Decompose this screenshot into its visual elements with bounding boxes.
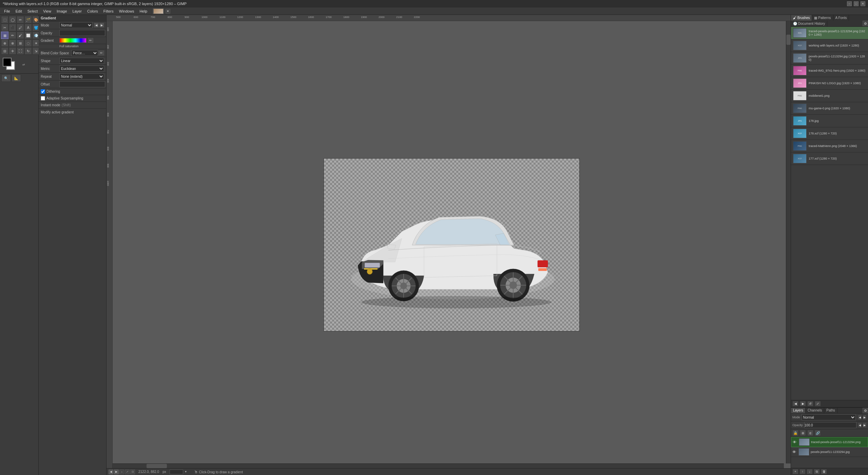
tool-clone[interactable]: ⊕ (1, 39, 8, 47)
menu-windows[interactable]: Windows (116, 8, 137, 14)
maximize-button[interactable]: □ (854, 1, 859, 6)
minimize-button[interactable]: – (847, 1, 852, 6)
doc-list-prev-btn[interactable]: ◀ (792, 401, 798, 406)
tool-crop[interactable]: ⛶ (17, 47, 24, 55)
tool-rect-select[interactable]: ⬚ (1, 16, 8, 23)
layer-add-btn[interactable]: + (792, 469, 798, 474)
layer-link-btn[interactable]: 🔗 (815, 430, 821, 436)
menu-file[interactable]: File (1, 8, 13, 14)
layer-lock-pos-btn[interactable]: ⊕ (800, 430, 806, 436)
doc-item-3[interactable]: JPG pexels-jessef11-1213294.jpg (1920 × … (791, 52, 868, 65)
dithering-checkbox[interactable] (41, 89, 45, 94)
menu-image[interactable]: Image (54, 8, 70, 14)
status-home[interactable]: ⌂ (119, 470, 124, 474)
tool-move[interactable]: ✛ (9, 47, 16, 55)
doc-item-4[interactable]: PNG traced-IMG_9741-hero.png (1920 × 108… (791, 65, 868, 77)
status-end[interactable]: ⤢ (125, 470, 130, 474)
blend-select[interactable]: Perce… Linear (71, 50, 98, 56)
tool-scissors[interactable]: ✂ (1, 24, 8, 31)
layer-item-1[interactable]: 👁 traced-pexels-jessef11-1213294.png (791, 437, 868, 447)
doc-list-next-btn[interactable]: ▶ (800, 401, 806, 406)
tool-pencil[interactable]: ✏ (9, 32, 16, 39)
status-nav-next[interactable]: ▶ (114, 470, 119, 474)
doc-item-8[interactable]: JPG 178.jpg (791, 115, 868, 127)
status-nav-prev[interactable]: ◀ (109, 470, 113, 474)
canvas-content[interactable] (324, 158, 580, 331)
mode-select[interactable]: Normal Multiply Screen (59, 22, 93, 28)
tab-layers[interactable]: Layers (791, 408, 806, 413)
tool-paths[interactable]: 🖊 (17, 24, 24, 31)
layer-lower-btn[interactable]: ↓ (807, 469, 813, 474)
tool-free-select[interactable]: ✏ (17, 16, 24, 23)
horizontal-scrollbar[interactable] (113, 463, 784, 468)
menu-help[interactable]: Help (137, 8, 150, 14)
status-fit[interactable]: ⊡ (130, 470, 135, 474)
offset-input[interactable]: 0.0 (59, 81, 105, 87)
tool-gradient[interactable]: ▦ (1, 32, 8, 39)
layer-visibility-2[interactable]: 👁 (792, 450, 797, 454)
hscroll-thumb[interactable] (147, 464, 167, 468)
adaptive-checkbox[interactable] (41, 96, 45, 101)
menu-edit[interactable]: Edit (13, 8, 25, 14)
tool-paintbrush[interactable]: 🖌 (17, 32, 24, 39)
menu-select[interactable]: Select (25, 8, 41, 14)
layer-opacity-dec[interactable]: ◀ (858, 422, 862, 428)
doc-list-refresh-btn[interactable]: ↺ (807, 401, 813, 406)
tool-rotate[interactable]: ↻ (24, 47, 32, 55)
layer-lock-pixels-btn[interactable]: 🔒 (792, 430, 798, 436)
foreground-color[interactable] (3, 58, 12, 67)
tool-blur[interactable]: ◌ (24, 39, 32, 47)
layers-config-btn[interactable]: ⚙ (863, 408, 868, 413)
doc-list-expand-btn[interactable]: ⤢ (815, 401, 821, 406)
gradient-edit-btn[interactable]: ✏ (88, 38, 93, 43)
menu-layer[interactable]: Layer (70, 8, 85, 14)
shape-select[interactable]: Linear Radial Square Conical (59, 58, 104, 64)
doc-item-9[interactable]: XCF 178.xcf (1280 × 720) (791, 127, 868, 140)
repeat-select[interactable]: None (extend) Sawtooth wave Triangular w… (59, 73, 104, 79)
layer-raise-btn[interactable]: ↑ (799, 469, 806, 474)
menu-filters[interactable]: Filters (101, 8, 116, 14)
tool-zoom[interactable]: 🔍 (1, 74, 11, 82)
canvas-viewport[interactable] (113, 21, 791, 468)
close-button[interactable]: ✕ (861, 1, 865, 6)
layer-opacity-inc[interactable]: ▶ (863, 422, 867, 428)
menu-colors[interactable]: Colors (84, 8, 101, 14)
tab-fonts[interactable]: A Fonts (833, 15, 849, 21)
right-panel-config-btn[interactable]: ⚙ (863, 21, 868, 26)
mode-next-btn[interactable]: ▶ (99, 23, 104, 28)
tool-text[interactable]: A (24, 24, 32, 31)
layer-delete-btn[interactable]: 🗑 (821, 469, 827, 474)
layer-duplicate-btn[interactable]: ⧉ (814, 469, 820, 474)
tool-eraser[interactable]: ⬜ (24, 32, 32, 39)
layer-opacity-input[interactable] (804, 422, 856, 428)
layer-mode-prev[interactable]: ◀ (858, 415, 862, 420)
layer-mode-next[interactable]: ▶ (863, 415, 867, 420)
tab-paths[interactable]: Paths (824, 408, 837, 413)
doc-item-7[interactable]: PNG mu-game-0.png (1920 × 1080) (791, 102, 868, 115)
blend-edit-btn[interactable]: ✏ (99, 51, 104, 55)
doc-item-5[interactable]: JPG PINKISH NO LOGO.jpg (1920 × 1080) (791, 77, 868, 90)
doc-item-6[interactable]: PNG mobilenet1.png (791, 90, 868, 102)
tool-align[interactable]: ⊟ (1, 47, 8, 55)
vscroll-thumb[interactable] (786, 35, 791, 45)
tool-fuzzy-select[interactable]: 🪄 (24, 16, 32, 23)
layer-visibility-1[interactable]: 👁 (793, 440, 797, 444)
vertical-scrollbar[interactable] (786, 21, 791, 463)
metric-select[interactable]: Euclidean Manhattan (59, 66, 104, 72)
layers-mode-select[interactable]: Normal Multiply Screen (802, 414, 856, 420)
zoom-input[interactable]: 66.7% (170, 470, 183, 474)
opacity-input[interactable]: 100.0 (59, 30, 105, 36)
doc-item-11[interactable]: XCF 177.xcf (1280 × 720) (791, 152, 868, 165)
tool-foreground-select[interactable]: ⬛ (9, 24, 16, 31)
menu-view[interactable]: View (40, 8, 54, 14)
tool-heal[interactable]: ⊗ (9, 39, 16, 47)
tab-channels[interactable]: Channels (806, 408, 824, 413)
layer-item-2[interactable]: 👁 pexels-jessef11-1233294.jpg (791, 447, 868, 457)
tab-brushes[interactable]: 🖌 Brushes (791, 15, 812, 21)
tool-measure[interactable]: 📐 (12, 74, 21, 82)
tab-patterns[interactable]: ▦ Patterns (812, 15, 833, 21)
tool-ellipse-select[interactable]: ◯ (9, 16, 16, 23)
tool-thumb-close[interactable]: ✕ (166, 9, 170, 14)
doc-item-1[interactable]: IMG traced-pexels-jessef11-1213294.png (… (791, 27, 868, 39)
doc-item-10[interactable]: PNG traced-MattVenn.png (2048 × 1366) (791, 140, 868, 152)
